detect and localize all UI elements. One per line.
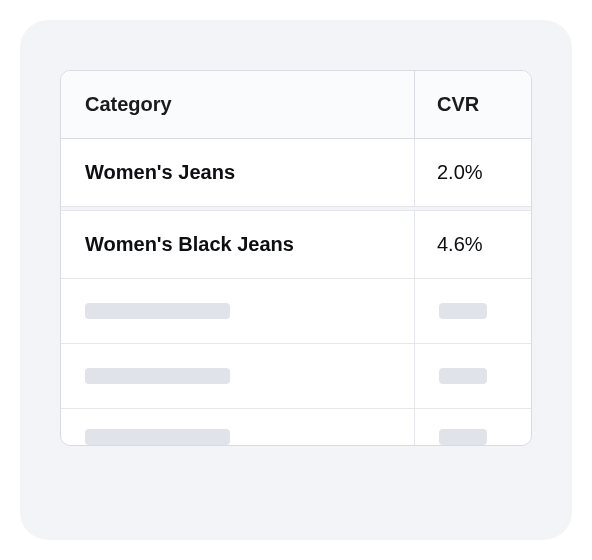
cell-cvr-placeholder bbox=[415, 344, 531, 408]
cell-category: Women's Jeans bbox=[61, 139, 415, 206]
cell-cvr-placeholder bbox=[415, 409, 531, 445]
placeholder-bar bbox=[85, 429, 230, 445]
column-header-cvr: CVR bbox=[415, 71, 531, 138]
table-header-row: Category CVR bbox=[61, 71, 531, 139]
table-row-skeleton bbox=[61, 344, 531, 409]
placeholder-bar bbox=[439, 303, 487, 319]
column-header-category: Category bbox=[61, 71, 415, 138]
cell-category-placeholder bbox=[61, 409, 415, 445]
cell-category: Women's Black Jeans bbox=[61, 211, 415, 278]
table-row: Women's Black Jeans 4.6% bbox=[61, 211, 531, 279]
cell-category-placeholder bbox=[61, 344, 415, 408]
cell-cvr: 2.0% bbox=[415, 139, 531, 206]
table-row: Women's Jeans 2.0% bbox=[61, 139, 531, 207]
placeholder-bar bbox=[439, 368, 487, 384]
cell-category-placeholder bbox=[61, 279, 415, 343]
placeholder-bar bbox=[439, 429, 487, 445]
table-row-skeleton bbox=[61, 279, 531, 344]
metrics-card: Category CVR Women's Jeans 2.0% Women's … bbox=[20, 20, 572, 540]
placeholder-bar bbox=[85, 368, 230, 384]
table-row-skeleton bbox=[61, 409, 531, 445]
cvr-table: Category CVR Women's Jeans 2.0% Women's … bbox=[60, 70, 532, 446]
cell-cvr: 4.6% bbox=[415, 211, 531, 278]
cell-cvr-placeholder bbox=[415, 279, 531, 343]
placeholder-bar bbox=[85, 303, 230, 319]
